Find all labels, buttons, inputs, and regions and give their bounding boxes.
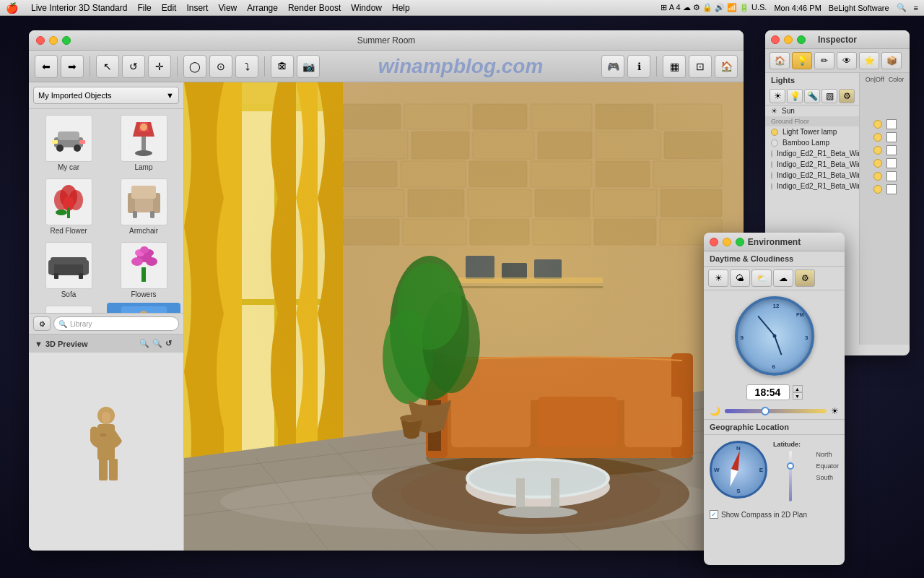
light-toggle-indigo4[interactable] (873, 185, 882, 194)
brightness-track[interactable] (725, 409, 827, 413)
object-item-mycar[interactable]: My car (32, 112, 105, 174)
lights-add-button[interactable]: ☀ (770, 89, 785, 103)
env-btn-5[interactable]: ⚙ (795, 269, 815, 287)
light-toggle-indigo1[interactable] (873, 146, 882, 155)
color-swatch-indigo1[interactable] (886, 145, 897, 155)
light-onoff-indigo4[interactable] (863, 183, 907, 196)
object-item-sofa[interactable]: Sofa (32, 239, 105, 301)
light-onoff-tower[interactable] (863, 118, 907, 131)
env-min-button[interactable] (723, 238, 731, 246)
select-tool-button[interactable]: ↖ (96, 55, 119, 78)
light-onoff-bamboo[interactable] (863, 131, 907, 144)
circle-tool-button[interactable]: ◯ (183, 55, 206, 78)
light-toggle-indigo2[interactable] (873, 159, 882, 168)
move-tool-button[interactable]: ✛ (148, 55, 171, 78)
camera-button[interactable]: 📷 (297, 55, 320, 78)
apple-menu[interactable]: 🍎 (6, 2, 18, 14)
light-onoff-indigo2[interactable] (863, 157, 907, 170)
light-toggle-bamboo[interactable] (873, 133, 882, 142)
env-traffic-lights[interactable] (710, 238, 744, 246)
inspector-box-button[interactable]: 📦 (881, 52, 902, 69)
env-btn-2[interactable]: 🌤 (730, 269, 750, 287)
light-item-bamboo[interactable]: Bamboo Lamp (765, 137, 859, 148)
env-btn-1[interactable]: ☀ (708, 269, 728, 287)
object-item-statue[interactable]: Statue (107, 303, 180, 313)
app-name-menu[interactable]: Live Interior 3D Standard (31, 3, 127, 13)
plan-view-button[interactable]: ▦ (663, 55, 686, 78)
object-item-lamp[interactable]: Lamp (107, 112, 180, 174)
latitude-track[interactable] (789, 451, 792, 501)
inspector-star-button[interactable]: ⭐ (859, 52, 879, 69)
menu-extra-icon[interactable]: ≡ (914, 4, 918, 12)
light-item-tower[interactable]: Light Tower lamp (765, 126, 859, 137)
reset-view-icon[interactable]: ↺ (165, 339, 172, 348)
time-down-button[interactable]: ▼ (793, 392, 803, 400)
view3d-button[interactable]: 🎮 (601, 55, 624, 78)
latitude-thumb[interactable] (787, 462, 794, 470)
window-menu[interactable]: Window (351, 3, 382, 13)
object-item-bush[interactable]: Bush (32, 303, 105, 313)
time-stepper[interactable]: ▲ ▼ (793, 385, 803, 400)
color-swatch-indigo4[interactable] (886, 184, 897, 194)
color-swatch-tower[interactable] (886, 119, 897, 129)
light-toggle-tower[interactable] (873, 120, 882, 129)
info-button[interactable]: ℹ (627, 55, 650, 78)
inspector-close-button[interactable] (771, 35, 780, 44)
light-item-indigo2[interactable]: Indigo_Ed2_R1_Beta_Wing (765, 159, 859, 170)
main-canvas[interactable] (184, 82, 744, 551)
color-swatch-bamboo[interactable] (886, 132, 897, 142)
rotate-tool-button[interactable]: ↺ (122, 55, 145, 78)
object-item-flowers[interactable]: Flowers (107, 239, 180, 301)
object-item-armchair[interactable]: Armchair (107, 176, 180, 238)
lights-point-button[interactable]: 💡 (787, 89, 803, 103)
zoom-out-icon[interactable]: 🔍 (152, 339, 162, 348)
light-toggle-indigo3[interactable] (873, 172, 882, 181)
maximize-button[interactable] (62, 36, 71, 45)
settings-icon[interactable]: ⚙ (33, 316, 51, 331)
search-box[interactable]: 🔍 Library (53, 316, 179, 331)
lights-settings-button[interactable]: ⚙ (839, 89, 855, 103)
show-compass-checkbox[interactable]: ✓ (710, 510, 718, 519)
minimize-button[interactable] (49, 36, 58, 45)
light-item-indigo1[interactable]: Indigo_Ed2_R1_Beta_Wing (765, 148, 859, 159)
arrange-menu[interactable]: Arrange (247, 3, 278, 13)
inspector-edit-button[interactable]: ✏ (814, 52, 834, 69)
back-button[interactable]: ⬅ (35, 55, 58, 78)
insert-menu[interactable]: Insert (186, 3, 208, 13)
lights-spot-button[interactable]: 🔦 (804, 89, 820, 103)
color-swatch-indigo2[interactable] (886, 158, 897, 168)
time-up-button[interactable]: ▲ (793, 385, 803, 392)
objects-dropdown[interactable]: My Imported Objects ▼ (33, 87, 179, 104)
object-item-redflower[interactable]: Red Flower (32, 176, 105, 238)
file-menu[interactable]: File (137, 3, 151, 13)
home-button[interactable]: 🏠 (715, 55, 738, 78)
brightness-thumb[interactable] (761, 407, 770, 415)
traffic-lights[interactable] (36, 36, 71, 45)
circle-fill-button[interactable]: ⊙ (209, 55, 232, 78)
env-btn-3[interactable]: ⛅ (751, 269, 772, 287)
env-close-button[interactable] (710, 238, 718, 246)
render-menu[interactable]: Render Boost (288, 3, 341, 13)
light-item-sun[interactable]: ☀ Sun (765, 105, 859, 116)
model-button[interactable]: 🏚 (271, 55, 294, 78)
search-menubar-icon[interactable]: 🔍 (897, 3, 907, 12)
brightness-slider[interactable]: 🌙 ☀ (704, 403, 845, 419)
compass[interactable]: N S E W (710, 441, 767, 499)
zoom-in-icon[interactable]: 🔍 (139, 339, 149, 348)
inspector-max-button[interactable] (797, 35, 806, 44)
env-btn-4[interactable]: ☁ (773, 269, 793, 287)
lights-area-button[interactable]: ▧ (821, 89, 837, 103)
inspector-min-button[interactable] (784, 35, 793, 44)
color-swatch-indigo3[interactable] (886, 171, 897, 181)
arrow-tool-button[interactable]: ⤵ (235, 55, 258, 78)
inspector-eye-button[interactable]: 👁 (837, 52, 857, 69)
light-item-indigo4[interactable]: Indigo_Ed2_R1_Beta_Wing (765, 181, 859, 191)
inspector-home-button[interactable]: 🏠 (770, 52, 790, 69)
close-button[interactable] (36, 36, 45, 45)
inspector-light-button[interactable]: 💡 (792, 52, 812, 69)
view-menu[interactable]: View (218, 3, 237, 13)
light-onoff-indigo3[interactable] (863, 170, 907, 183)
light-onoff-indigo1[interactable] (863, 144, 907, 157)
elevation-button[interactable]: ⊡ (689, 55, 712, 78)
time-display[interactable]: 18:54 (746, 384, 790, 400)
